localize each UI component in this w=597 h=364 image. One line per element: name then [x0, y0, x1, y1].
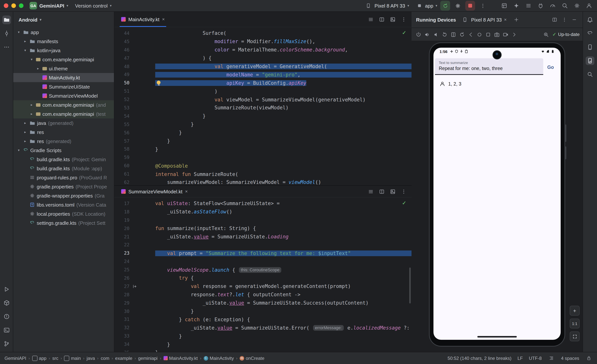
- code-line-33[interactable]: 33}: [114, 332, 411, 340]
- fold-icon[interactable]: [449, 31, 457, 39]
- chevron-down-icon[interactable]: ▾: [23, 48, 28, 52]
- code-line-48[interactable]: 48val generativeModel = GenerativeModel(: [114, 62, 411, 70]
- more-actions-icon[interactable]: [478, 1, 487, 10]
- tree-item-settings-gradle-kts[interactable]: settings.gradle.kts(Project Sett: [13, 218, 114, 227]
- close-tab-icon[interactable]: ×: [504, 17, 507, 22]
- breadcrumb-item[interactable]: example: [115, 356, 132, 361]
- breadcrumb-item[interactable]: monCreate: [240, 356, 264, 361]
- build-icon[interactable]: [2, 299, 11, 307]
- device-manager-icon[interactable]: [586, 43, 594, 51]
- tree-item-manifests[interactable]: ▸manifests: [13, 37, 114, 46]
- code-line-58[interactable]: 58}: [114, 145, 411, 154]
- rerun-button[interactable]: [440, 1, 450, 11]
- version-control-menu[interactable]: Version control ▾: [75, 3, 112, 8]
- chevron-down-icon[interactable]: ▾: [29, 57, 34, 61]
- code-line-52[interactable]: 52val viewModel = SummarizeViewModel(gen…: [114, 95, 411, 104]
- close-window-icon[interactable]: [4, 3, 8, 8]
- breadcrumb-item[interactable]: app: [32, 356, 46, 361]
- code-line-57[interactable]: 57}: [114, 137, 411, 145]
- breadcrumb-item[interactable]: src: [52, 356, 58, 361]
- code-line-32[interactable]: 32_uiState.value = SummarizeUiState.Erro…: [114, 324, 411, 332]
- chevron-right-icon[interactable]: ▸: [23, 39, 28, 43]
- tree-item-gradle-properties[interactable]: gradle.properties(Project Prope: [13, 182, 114, 191]
- code-line-60[interactable]: 60@Composable: [114, 162, 411, 170]
- preview-icon[interactable]: [389, 15, 397, 23]
- tree-item-build-gradle-kts[interactable]: build.gradle.kts(Project: Gemin: [13, 155, 114, 164]
- breadcrumb-item[interactable]: MainActivity.kt: [163, 356, 198, 361]
- overview-icon[interactable]: [484, 31, 492, 39]
- tree-item-summarizeuistate[interactable]: SummarizeUiState: [13, 82, 114, 91]
- code-line-59[interactable]: 59: [114, 154, 411, 162]
- lock-icon[interactable]: [585, 355, 592, 362]
- volume-up-icon[interactable]: [423, 31, 431, 39]
- code-line-34[interactable]: 34}: [114, 340, 411, 349]
- device-selector[interactable]: Pixel 8 API 33 ▾: [365, 2, 409, 9]
- running-devices-icon[interactable]: [586, 56, 594, 65]
- code-line-30[interactable]: 30}: [114, 307, 411, 315]
- tree-item-com-example-geminiapi[interactable]: ▾com.example.geminiapi: [13, 55, 114, 64]
- code-line-18[interactable]: 18_uiState.asStateFlow(): [114, 208, 411, 216]
- code-line-23[interactable]: 23val prompt = "Summarize the following …: [114, 249, 411, 257]
- notifications-icon[interactable]: [586, 15, 594, 24]
- editor-more-icon[interactable]: [400, 15, 408, 23]
- app-inspection-icon[interactable]: [586, 70, 594, 79]
- close-tab-icon[interactable]: ×: [162, 17, 165, 22]
- go-button[interactable]: Go: [545, 64, 556, 70]
- code-line-56[interactable]: 56}: [114, 128, 411, 137]
- device-screen[interactable]: 1:56 Text to summarize Repeat for me: on…: [433, 48, 561, 340]
- chevron-more-icon[interactable]: [510, 31, 518, 39]
- code-line-27[interactable]: 27val response = generativeModel.generat…: [114, 282, 411, 291]
- indent-icon[interactable]: [548, 355, 555, 362]
- close-tab-icon[interactable]: ×: [185, 189, 188, 194]
- account-icon[interactable]: [585, 1, 593, 10]
- hide-icon[interactable]: [571, 16, 578, 23]
- editor-list-icon[interactable]: [367, 187, 375, 195]
- tree-item-local-properties[interactable]: local.properties(SDK Location): [13, 209, 114, 218]
- record-icon[interactable]: [502, 31, 510, 39]
- add-device-tab-icon[interactable]: [512, 15, 521, 24]
- code-line-17[interactable]: 17val uiState: StateFlow<SummarizeUiStat…: [114, 199, 411, 208]
- gesture-navigation-bar[interactable]: [477, 336, 517, 338]
- code-line-21[interactable]: 21_uiState.value = SummarizeUiState.Load…: [114, 232, 411, 241]
- zoom-in-button[interactable]: +: [570, 306, 580, 316]
- more-icon[interactable]: [2, 43, 11, 51]
- inspections-ok-icon[interactable]: ✓: [402, 30, 406, 36]
- tree-item-ui-theme[interactable]: ▸ui.theme: [13, 64, 114, 73]
- breadcrumb-item[interactable]: main: [64, 356, 81, 361]
- code-viewport-top[interactable]: 44Surface(45modifier = Modifier.fillMaxS…: [114, 27, 411, 186]
- code-viewport-bottom[interactable]: 17val uiState: StateFlow<SummarizeUiStat…: [114, 198, 411, 352]
- breadcrumb-item[interactable]: java: [87, 356, 95, 361]
- code-line-25[interactable]: 25viewModelScope.launch { this: Coroutin…: [114, 266, 411, 274]
- zoom-reset-button[interactable]: 1:1: [570, 319, 580, 328]
- stop-button[interactable]: [465, 1, 475, 11]
- profiler-icon[interactable]: [549, 1, 557, 10]
- menu-icon[interactable]: [524, 1, 533, 10]
- settings-icon[interactable]: [573, 1, 581, 10]
- code-line-22[interactable]: 22: [114, 241, 411, 249]
- volume-down-icon[interactable]: [432, 31, 440, 39]
- tree-item-mainactivity-kt[interactable]: MainActivity.kt: [13, 73, 114, 82]
- chevron-right-icon[interactable]: ▸: [29, 112, 34, 116]
- chevron-right-icon[interactable]: ▸: [23, 139, 28, 143]
- terminal-icon[interactable]: [2, 326, 11, 334]
- code-line-50[interactable]: 50apiKey = BuildConfig.apiKey: [114, 79, 411, 87]
- run-settings-gear-icon[interactable]: [453, 1, 462, 10]
- ai-assistant-icon[interactable]: [512, 1, 520, 10]
- code-line-53[interactable]: 53SummarizeRoute(viewModel): [114, 104, 411, 112]
- search-icon[interactable]: [561, 1, 569, 10]
- tree-item-com-example-geminiapi[interactable]: ▸com.example.geminiapi(and: [13, 100, 114, 109]
- split-view-icon[interactable]: [551, 16, 558, 23]
- tree-item-gradle-scripts[interactable]: ▾Gradle Scripts: [13, 146, 114, 155]
- rotate-right-icon[interactable]: [458, 31, 466, 39]
- code-line-54[interactable]: 54}: [114, 112, 411, 120]
- screenshot-icon[interactable]: [493, 31, 501, 39]
- code-line-62[interactable]: 62summarizeViewModel: SummarizeViewModel…: [114, 178, 411, 186]
- chevron-right-icon[interactable]: ▸: [23, 121, 28, 125]
- scrollbar[interactable]: [409, 268, 411, 303]
- breadcrumb-item[interactable]: GeminiAPI: [5, 356, 26, 361]
- commit-icon[interactable]: [2, 29, 11, 38]
- tree-item-res[interactable]: ▸res: [13, 128, 114, 137]
- editor-more-icon[interactable]: [400, 187, 408, 195]
- code-line-47[interactable]: 47) {: [114, 54, 411, 62]
- more-vertical-icon[interactable]: [561, 16, 568, 23]
